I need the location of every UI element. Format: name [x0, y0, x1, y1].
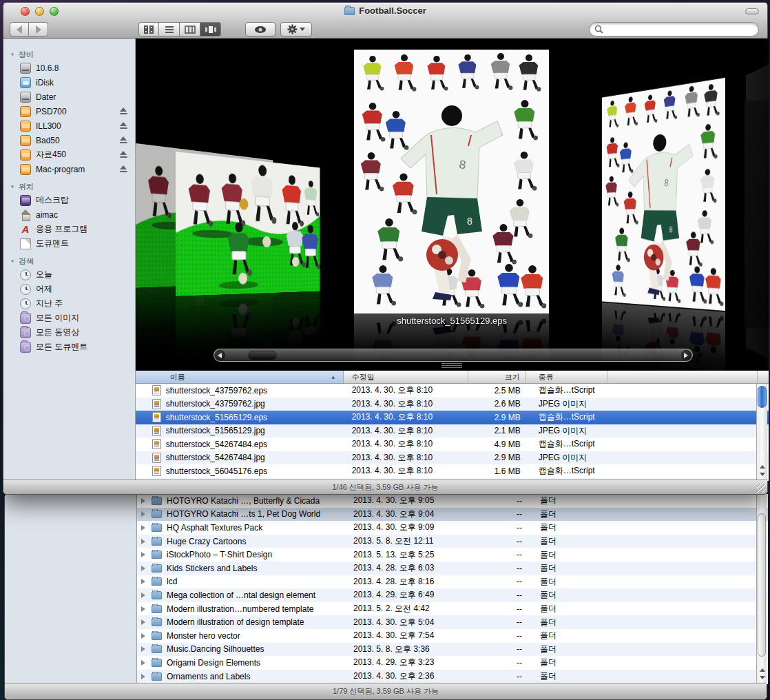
folder-row[interactable]: Origami Design Elements 2013. 4. 29. 오후 …: [137, 656, 768, 670]
disclosure-triangle-icon[interactable]: [141, 552, 148, 557]
sidebar-item[interactable]: Mac-program: [3, 162, 135, 176]
list-scroll-thumb[interactable]: [758, 513, 766, 657]
disclosure-triangle-icon[interactable]: [141, 511, 148, 517]
file-row[interactable]: shutterstock_43759762.eps 2013. 4. 30. 오…: [136, 384, 769, 398]
folder-row[interactable]: iStockPhoto – T-Shirt Design 2013. 5. 13…: [137, 548, 768, 562]
window-resize-grip[interactable]: [757, 484, 766, 493]
list-scroll-thumb[interactable]: [758, 386, 767, 408]
sidebar-item[interactable]: Bad50: [3, 133, 135, 147]
disclosure-triangle-icon[interactable]: [141, 619, 148, 625]
sidebar-item[interactable]: 모든 도큐멘트: [3, 340, 135, 354]
disclosure-triangle-icon[interactable]: [141, 525, 148, 531]
column-view-icon: [185, 25, 196, 34]
toolbar-toggle-button[interactable]: [745, 8, 759, 14]
cover-item-left[interactable]: [176, 152, 320, 371]
document-file-icon: [152, 399, 161, 409]
scroll-up-button[interactable]: [757, 663, 768, 674]
folder-row[interactable]: Ornaments and Labels 2013. 4. 30. 오후 2:3…: [137, 670, 768, 683]
file-row[interactable]: shutterstock_56045176.eps 2013. 4. 30. 오…: [136, 464, 769, 478]
coverflow-scroll-left-button[interactable]: [215, 350, 225, 360]
file-row[interactable]: shutterstock_54267484.jpg 2013. 4. 30. 오…: [136, 451, 769, 465]
back-button[interactable]: [10, 22, 29, 37]
disclosure-triangle-icon[interactable]: [141, 660, 148, 666]
folder-row[interactable]: Music.Dancing Silhouettes 2013. 5. 8. 오후…: [137, 643, 768, 657]
coverflow-scrollbar[interactable]: [214, 349, 693, 362]
column-header-kind[interactable]: 종류: [526, 371, 607, 383]
icon-view-button[interactable]: [138, 22, 159, 37]
sidebar-section-places[interactable]: ▼위치: [3, 181, 135, 193]
file-name-cell: shutterstock_51565129.jpg: [136, 426, 344, 436]
folder-row[interactable]: Mega collection of …ntal design element …: [137, 588, 768, 602]
sidebar-item[interactable]: 10.6.8: [3, 61, 135, 75]
disclosure-triangle-icon[interactable]: [141, 593, 148, 598]
disclosure-triangle-icon[interactable]: [141, 498, 148, 504]
list-scrollbar[interactable]: [756, 494, 767, 684]
sidebar-item[interactable]: PSD700: [3, 104, 135, 119]
sidebar-item[interactable]: 데스크탑: [3, 193, 135, 207]
sidebar-item[interactable]: 지난 주: [3, 296, 135, 311]
coverflow-scroll-track[interactable]: [226, 349, 680, 361]
disclosure-triangle-icon[interactable]: [141, 539, 148, 544]
file-row[interactable]: shutterstock_43759762.jpg 2013. 4. 30. 오…: [136, 398, 769, 411]
sidebar-section-search-for[interactable]: ▼검색: [3, 255, 135, 267]
sidebar-item[interactable]: aimac: [3, 207, 135, 222]
eject-icon[interactable]: [119, 165, 128, 173]
file-row[interactable]: shutterstock_54267484.eps 2013. 4. 30. 오…: [136, 438, 769, 451]
sidebar-item[interactable]: 오늘: [3, 267, 135, 282]
action-menu-button[interactable]: [280, 22, 312, 37]
column-header-name[interactable]: 이름▲: [136, 371, 344, 383]
disclosure-triangle-icon[interactable]: [141, 633, 148, 639]
folder-row[interactable]: Modern illustration of design template 2…: [137, 615, 768, 629]
disclosure-triangle-icon[interactable]: [141, 566, 148, 571]
search-input[interactable]: [603, 25, 741, 34]
search-field[interactable]: [589, 22, 759, 37]
folder-row[interactable]: Huge Crazy Cartoons 2013. 5. 8. 오전 12:11…: [137, 535, 768, 548]
sidebar-item[interactable]: iDisk: [3, 75, 135, 90]
disclosure-triangle-icon[interactable]: [141, 674, 148, 679]
finder-window-background[interactable]: HOTGYRO Katachi …, Butterfly & Cicada 20…: [4, 493, 767, 700]
sidebar-item[interactable]: 응용 프로그램: [3, 222, 135, 236]
sidebar-item[interactable]: ILL300: [3, 119, 135, 133]
sidebar-section-devices[interactable]: ▼장비: [3, 48, 135, 61]
eject-icon[interactable]: [119, 122, 128, 130]
folder-row[interactable]: Modern illustration…numbered template 20…: [137, 602, 768, 616]
sidebar-item[interactable]: 모든 동영상: [3, 325, 135, 340]
folder-row[interactable]: Monster hero vector 2013. 4. 30. 오후 7:54…: [137, 629, 768, 643]
folder-row[interactable]: HQ Asphalt Textures Pack 2013. 4. 30. 오후…: [137, 521, 768, 535]
sidebar-item[interactable]: Dater: [3, 90, 135, 104]
cover-item-right[interactable]: [602, 77, 725, 371]
scroll-up-button[interactable]: [757, 460, 768, 471]
coverflow-view-button[interactable]: [200, 22, 221, 37]
disclosure-triangle-icon[interactable]: [141, 606, 148, 612]
file-row[interactable]: shutterstock_51565129.jpg 2013. 4. 30. 오…: [136, 424, 769, 438]
file-row[interactable]: shutterstock_51565129.eps 2013. 4. 30. 오…: [136, 411, 769, 424]
column-header-date-modified[interactable]: 수정일: [344, 371, 468, 383]
folder-row[interactable]: lcd 2013. 4. 28. 오후 8:16 -- 폴더: [137, 575, 768, 589]
forward-button[interactable]: [29, 22, 48, 37]
column-header-size[interactable]: 크기: [468, 371, 526, 383]
disclosure-triangle-icon[interactable]: [141, 646, 148, 652]
title-bar[interactable]: Football.Soccer: [3, 3, 767, 19]
folder-row[interactable]: Kids Stickers and Labels 2013. 4. 28. 오후…: [137, 562, 768, 575]
list-scrollbar[interactable]: [756, 384, 767, 481]
folder-row[interactable]: HOTGYRO Katachi …ts 1, Pet Dog World 201…: [137, 508, 768, 522]
quick-look-button[interactable]: [245, 22, 275, 37]
sidebar-item-icon: [20, 209, 31, 220]
eject-icon[interactable]: [119, 151, 128, 158]
sidebar-item[interactable]: 도큐멘트: [3, 236, 135, 251]
eject-icon[interactable]: [119, 107, 128, 115]
sidebar-item[interactable]: 모든 이미지: [3, 311, 135, 325]
folder-row[interactable]: HOTGYRO Katachi …, Butterfly & Cicada 20…: [137, 494, 768, 508]
list-view-button[interactable]: [159, 22, 180, 37]
coverflow-resize-handle[interactable]: [441, 363, 462, 369]
column-view-button[interactable]: [180, 22, 200, 37]
sidebar-item[interactable]: 어제: [3, 282, 135, 296]
coverflow-scroll-thumb[interactable]: [248, 351, 277, 360]
folder-size-cell: --: [470, 590, 528, 600]
eject-icon[interactable]: [119, 136, 128, 144]
folder-icon: [152, 632, 162, 640]
file-kind-cell: JPEG 이미지: [526, 425, 618, 437]
sidebar-item[interactable]: 자료450: [3, 147, 135, 162]
coverflow-scroll-right-button[interactable]: [681, 350, 691, 360]
disclosure-triangle-icon[interactable]: [141, 579, 148, 584]
